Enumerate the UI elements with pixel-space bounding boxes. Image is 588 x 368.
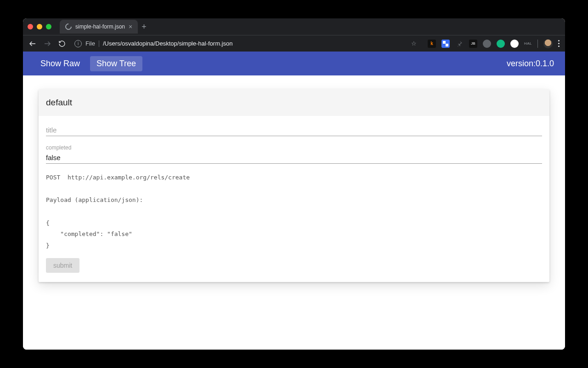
browser-tab-active[interactable]: simple-hal-form.json × xyxy=(60,20,138,34)
nav-back-button[interactable] xyxy=(28,40,37,48)
version-label: version:0.1.0 xyxy=(507,59,554,69)
show-tree-button[interactable]: Show Tree xyxy=(90,56,142,71)
request-url: http://api.example.org/rels/create xyxy=(68,174,190,181)
extension-delicious-icon[interactable] xyxy=(441,40,450,48)
field-completed: completed xyxy=(46,144,542,164)
browser-toolbar: i File /Users/osvaldopina/Desktop/simple… xyxy=(23,35,565,52)
extensions-row: k JB HAL xyxy=(428,39,560,48)
bookmark-star-icon[interactable]: ☆ xyxy=(411,40,419,47)
nav-forward-button[interactable] xyxy=(43,40,51,48)
new-tab-button[interactable]: + xyxy=(141,23,147,31)
extension-hal-icon[interactable]: HAL xyxy=(524,41,532,46)
tab-close-icon[interactable]: × xyxy=(129,23,132,30)
form-card: default completed POST http://api.exampl… xyxy=(39,89,549,282)
tab-favicon-icon xyxy=(64,22,73,31)
request-method: POST xyxy=(46,174,60,181)
show-raw-button[interactable]: Show Raw xyxy=(34,56,86,71)
payload-label: Payload (application/json): xyxy=(46,196,143,203)
submit-button[interactable]: submit xyxy=(46,258,79,273)
request-preview: POST http://api.example.org/rels/create … xyxy=(46,172,542,252)
window-zoom-button[interactable] xyxy=(46,24,51,29)
address-path: /Users/osvaldopina/Desktop/simple-hal-fo… xyxy=(103,40,233,47)
extension-circle-2-icon[interactable] xyxy=(510,40,519,48)
profile-avatar-icon[interactable] xyxy=(543,39,553,48)
window-controls xyxy=(28,24,51,29)
address-bar[interactable]: i File /Users/osvaldopina/Desktop/simple… xyxy=(73,37,421,50)
browser-menu-button[interactable] xyxy=(558,40,560,47)
browser-window: simple-hal-form.json × + i File /Users/o… xyxy=(23,18,565,350)
site-info-icon[interactable]: i xyxy=(74,40,82,47)
svg-rect-2 xyxy=(443,41,446,44)
payload-body: { "completed": "false" } xyxy=(46,219,132,249)
completed-label: completed xyxy=(46,144,542,151)
field-title xyxy=(46,124,542,136)
browser-chrome: simple-hal-form.json × + i File /Users/o… xyxy=(23,18,565,52)
card-title: default xyxy=(39,89,549,116)
svg-rect-3 xyxy=(446,44,448,46)
address-separator xyxy=(99,40,99,47)
tab-strip: simple-hal-form.json × + xyxy=(23,18,565,35)
app-bar: Show Raw Show Tree version:0.1.0 xyxy=(23,52,565,75)
title-input[interactable] xyxy=(46,124,542,136)
address-scheme: File xyxy=(85,40,95,47)
window-minimize-button[interactable] xyxy=(37,24,42,29)
extension-grammarly-icon[interactable] xyxy=(497,40,505,48)
completed-input[interactable] xyxy=(46,152,542,164)
extension-jb-icon[interactable]: JB xyxy=(469,40,477,48)
toolbar-divider xyxy=(537,40,538,48)
extension-circle-1-icon[interactable] xyxy=(483,40,491,48)
page-content: Show Raw Show Tree version:0.1.0 default… xyxy=(23,52,565,350)
extension-pushpin-icon[interactable] xyxy=(455,40,464,48)
tab-title: simple-hal-form.json xyxy=(75,23,125,30)
extension-k-icon[interactable]: k xyxy=(428,40,436,48)
nav-reload-button[interactable] xyxy=(58,40,66,48)
window-close-button[interactable] xyxy=(28,24,33,29)
